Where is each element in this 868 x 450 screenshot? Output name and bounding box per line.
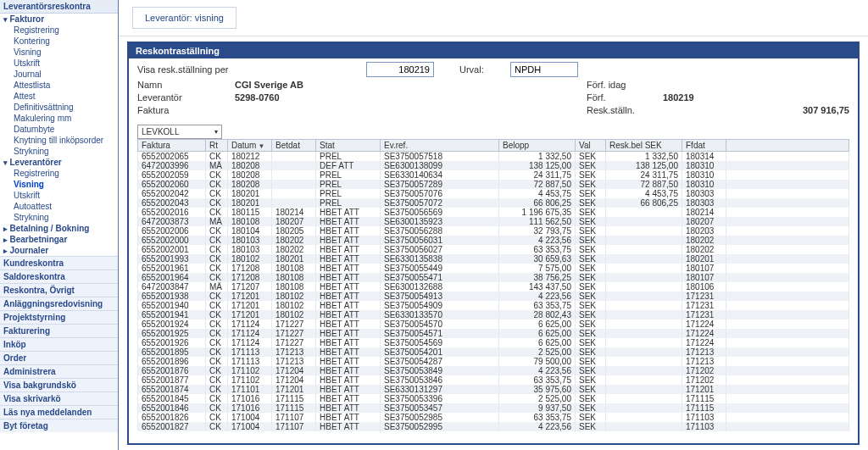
table-row[interactable]: 6552002042CK180201PRELSE37500570764 453,… [138,189,849,198]
table-row[interactable]: 6552001924CK171124171227HBET ATTSE375005… [138,319,849,329]
tree-item[interactable]: Registrering [0,25,118,36]
sidebar-category[interactable]: Reskontra, Övrigt [0,283,118,297]
col-header[interactable]: Resk.bel SEK [606,140,682,152]
table-row[interactable]: 6472003996MÅ180208DEF ATTSE6300138099138… [138,161,849,170]
tree-group-toggle[interactable]: Betalning / Bokning [0,223,118,234]
sidebar-category[interactable]: Inköp [0,337,118,351]
table-row[interactable]: 6552001874CK171101171201HBET ATTSE633013… [138,385,849,394]
table-row[interactable]: 6552001993CK180102180201HBET ATTSE633013… [138,254,849,264]
table-row[interactable]: 6552002001CK180103180202HBET ATTSE375005… [138,245,849,254]
col-header[interactable]: Stat [316,140,381,152]
table-row[interactable]: 6552001925CK171124171227HBET ATTSE375005… [138,329,849,338]
table-row[interactable]: 6552001826CK171004171107HBET ATTSE375005… [138,413,849,422]
tree-item[interactable]: Strykning [0,212,118,223]
table-row[interactable]: 6552002060CK180208PRELSE375005728972 887… [138,180,849,189]
table-cell: SEK [576,208,606,217]
sidebar-category[interactable]: Administrera [0,364,118,378]
tree-item[interactable]: Visning [0,47,118,58]
tree-group-toggle[interactable]: Journaler [0,245,118,256]
table-cell: HBET ATT [316,292,381,301]
sidebar-category[interactable]: Projektstyrning [0,310,118,324]
col-header[interactable]: Faktura [138,140,206,152]
table-row[interactable]: 6552001961CK171208180108HBET ATTSE375005… [138,264,849,273]
table-row[interactable]: 6552002016CK180115180214HBET ATTSE375005… [138,208,849,217]
col-header[interactable]: Rt [206,140,228,152]
sidebar-category[interactable]: Läs nya meddelanden [0,405,118,419]
tree-group-toggle[interactable]: Leverantörer [0,157,118,168]
table-row[interactable]: 6472003873MÅ180108180207HBET ATTSE630013… [138,217,849,226]
table-row[interactable]: 6552001895CK171113171213HBET ATTSE375005… [138,347,849,357]
table-row[interactable]: 6552001926CK171124171227HBET ATTSE375005… [138,338,849,347]
tree-item[interactable]: Strykning [0,146,118,157]
table-row[interactable]: 6552001941CK171201180102HBET ATTSE633013… [138,310,849,319]
tree-item[interactable]: Makulering mm [0,113,118,124]
tree-item[interactable]: Knytning till inköpsorder [0,135,118,146]
table-cell: 180108 [272,264,316,273]
table-cell: SE3750054570 [381,319,499,329]
table-cell [606,413,682,422]
tree-item[interactable]: Utskrift [0,190,118,201]
sidebar-category[interactable]: Order [0,351,118,364]
table-row[interactable]: 6472003847MÅ171207180108HBET ATTSE630013… [138,282,849,292]
table-row[interactable]: 6552001938CK171201180102HBET ATTSE375005… [138,292,849,301]
tree-item[interactable]: Visning [0,179,118,190]
table-cell: 180310 [682,170,726,180]
table-cell: 180208 [228,170,272,180]
urval-input[interactable] [510,62,578,77]
col-header[interactable]: Ev.ref. [381,140,499,152]
tree-item[interactable]: Definitivsättning [0,102,118,113]
tree-item[interactable]: Kontering [0,36,118,47]
sidebar-category[interactable]: Visa skrivarkö [0,392,118,405]
table-cell: 180102 [272,310,316,319]
tree-item[interactable]: Autoattest [0,201,118,212]
table-row[interactable]: 6552002059CK180208PRELSE633014063424 311… [138,170,849,180]
col-header[interactable]: Betdat [272,140,316,152]
table-cell: 180108 [272,282,316,292]
sidebar-category[interactable]: Visa bakgrundskö [0,378,118,392]
sidebar-category[interactable]: Anläggningsredovisning [0,297,118,310]
col-header[interactable]: Belopp [499,140,576,152]
tree-item[interactable]: Datumbyte [0,124,118,135]
tree-item[interactable]: Registrering [0,168,118,179]
tree-item[interactable]: Journal [0,69,118,80]
per-input[interactable] [366,62,434,77]
table-row[interactable]: 6552001877CK171102171204HBET ATTSE375005… [138,375,849,385]
table-cell: 72 887,50 [499,180,576,189]
table-row[interactable]: 6552002000CK180103180202HBET ATTSE375005… [138,236,849,245]
sidebar-category[interactable]: Byt företag [0,419,118,432]
tree-item[interactable]: Attestlista [0,80,118,91]
table-cell: SE6330135838 [381,254,499,264]
table-cell: HBET ATT [316,338,381,347]
tree-group-toggle[interactable]: Bearbetningar [0,234,118,245]
table-cell: SE3750053846 [381,375,499,385]
table-row[interactable]: 6552001827CK171004171107HBET ATTSE375005… [138,422,849,431]
table-cell: SE3750057072 [381,198,499,208]
col-header[interactable]: Ffdat [682,140,726,152]
table-cell: HBET ATT [316,245,381,254]
table-cell [272,198,316,208]
tree-item[interactable]: Attest [0,91,118,102]
sidebar-category[interactable]: Kundreskontra [0,256,118,269]
col-header[interactable]: Val [576,140,606,152]
table-cell [606,385,682,394]
table-row[interactable]: 6552002006CK180104180205HBET ATTSE375005… [138,226,849,236]
form-label-right: Resk.ställn. [587,105,663,115]
table-row[interactable]: 6552002043CK180201PRELSE375005707266 806… [138,198,849,208]
table-cell: 180102 [272,301,316,310]
sidebar-category[interactable]: Saldoreskontra [0,269,118,283]
table-row[interactable]: 6552001964CK171208180108HBET ATTSE375005… [138,273,849,282]
table-row[interactable]: 6552001896CK171113171213HBET ATTSE375005… [138,357,849,366]
levkoll-dropdown[interactable]: LEVKOLL ▾ [137,125,222,139]
sidebar-category[interactable]: Fakturering [0,324,118,337]
table-row[interactable]: 6552001845CK171016171115HBET ATTSE375005… [138,394,849,403]
table-cell: 180214 [272,208,316,217]
table-row[interactable]: 6552001940CK171201180102HBET ATTSE375005… [138,301,849,310]
table-row[interactable]: 6552001876CK171102171204HBET ATTSE375005… [138,366,849,375]
col-header[interactable]: Datum▼ [228,140,272,152]
tree-item[interactable]: Utskrift [0,58,118,69]
table-row[interactable]: 6552002065CK180212PRELSE37500575181 332,… [138,152,849,162]
table-cell: 63 353,75 [499,413,576,422]
table-cell: 180202 [682,236,726,245]
table-row[interactable]: 6552001846CK171016171115HBET ATTSE375005… [138,403,849,413]
tree-group-toggle[interactable]: Fakturor [0,14,118,25]
